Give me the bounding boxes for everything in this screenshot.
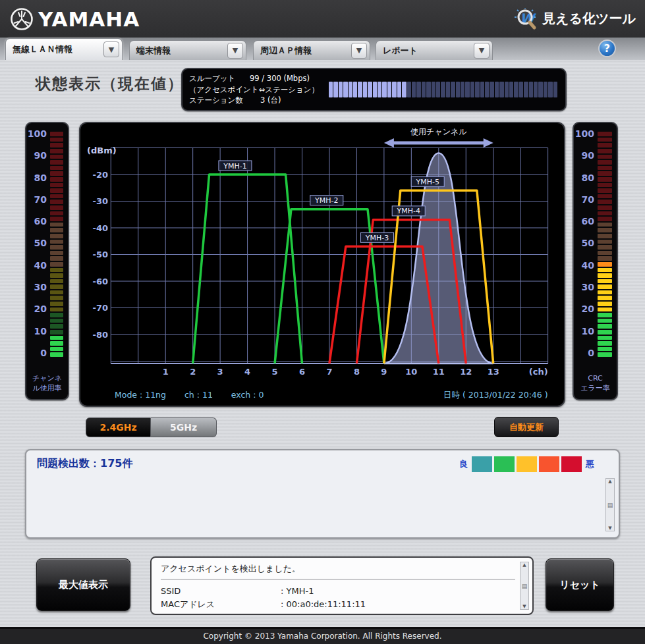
tab-bar: 無線ＬＡＮ情報 ▼ 端末情報 ▼ 周辺ＡＰ情報 ▼ レポート ▼ ? [0,38,645,61]
meter-scale-label: 90 [34,150,47,161]
meter-segment [598,262,612,267]
meter-segment [50,217,63,221]
scroll-thumb[interactable]: ▤ [522,583,528,589]
x-tick-label: 1 [163,367,169,377]
problem-scrollbar[interactable]: ▲ ▤ ▼ [605,478,615,531]
throughput-segment [412,82,416,97]
meter-segment [50,279,63,284]
meter-segment [50,302,63,306]
throughput-bar-graph [329,82,557,97]
throughput-segment [363,82,367,97]
x-tick-label: 11 [433,367,445,377]
channel-usage-meter: 1009080706050403020100チャンネル使用率 [25,122,69,400]
meter-segment [50,149,63,153]
y-tick-label: -50 [93,250,109,259]
meter-segment [598,149,612,153]
crc-error-rate-meter: 1009080706050403020100CRCエラー率 [573,122,618,400]
throughput-segment [485,82,489,97]
chevron-down-icon[interactable]: ▼ [474,43,490,59]
ap-label-YMH-3: YMH-3 [365,234,389,242]
footer: Copyright © 2013 Yamaha Corporation. All… [0,627,645,644]
tab-terminal-info[interactable]: 端末情報 ▼ [129,40,246,60]
spectrum-chart-panel: 使用チャンネルYMH-1YMH-2YMH-3YMH-4YMH-512345678… [79,122,565,407]
x-tick-label: 12 [460,367,472,377]
meter-segment [598,324,612,329]
x-tick-label: 7 [326,367,332,377]
scroll-down-icon[interactable]: ▼ [608,525,611,531]
throughput-segment [407,82,411,97]
message-scrollbar[interactable]: ▲ ▤ ▼ [520,562,529,610]
throughput-segment [349,82,352,97]
chevron-down-icon[interactable]: ▼ [351,43,367,59]
help-button[interactable]: ? [598,40,616,57]
y-axis-unit: (dBm) [87,146,117,155]
meter-scale: 1009080706050403020100 [28,128,47,358]
throughput-segment [397,82,401,97]
scroll-up-icon[interactable]: ▲ [608,479,611,484]
tab-nearby-ap-info[interactable]: 周辺ＡＰ情報 ▼ [253,40,370,60]
meter-segment [50,341,63,346]
meter-segment [50,234,63,238]
throughput-label: スループット [189,73,250,84]
throughput-segment [519,82,523,97]
meter-scale-label: 60 [34,216,47,227]
meter-segment [50,324,63,329]
meter-segment [50,143,63,148]
meter-segment [50,330,63,335]
meter-segment [50,132,63,136]
y-tick-label: -70 [93,303,109,313]
throughput-segment [451,82,455,97]
meter-segment [598,336,612,340]
throughput-segment [470,82,474,97]
ssid-key: SSID [161,585,281,598]
meter-segment [50,240,63,244]
band-2-4ghz-button[interactable]: 2.4GHz [86,417,151,437]
meter-scale-label: 20 [582,304,594,314]
reset-button[interactable]: リセット [546,558,614,611]
x-tick-label: 4 [244,367,250,377]
chevron-down-icon[interactable]: ▼ [227,43,243,59]
mac-key: MACアドレス [161,598,281,611]
meter-segment [50,251,63,255]
max-value-button[interactable]: 最大値表示 [36,558,130,611]
chart-status-line: Mode : 11ngch : 11exch : 0 [115,390,264,400]
wifi-spectrum-chart: 使用チャンネルYMH-1YMH-2YMH-3YMH-4YMH-512345678… [80,123,564,406]
band-5ghz-button[interactable]: 5GHz [151,417,217,437]
meter-scale-label: 40 [34,260,47,271]
stations-value: 3 (台) [260,95,281,106]
scroll-down-icon[interactable]: ▼ [522,604,526,609]
chevron-down-icon[interactable]: ▼ [103,41,119,57]
scroll-thumb[interactable]: ▤ [607,502,613,508]
scroll-up-icon[interactable]: ▲ [522,562,526,568]
throughput-segment [378,82,381,97]
meter-segment [598,251,612,255]
tab-wireless-lan-info[interactable]: 無線ＬＡＮ情報 ▼ [5,38,123,60]
throughput-segment [461,82,464,97]
meter-segment [50,290,63,295]
throughput-segment [426,82,430,97]
y-tick-label: -40 [93,223,109,233]
used-channel-label: 使用チャンネル [410,127,467,136]
x-tick-label: 8 [354,367,360,377]
meter-segment [598,273,612,278]
meter-scale-label: 70 [582,194,594,205]
meter-segment [50,160,63,165]
throughput-segment [524,82,528,97]
throughput-segment [432,82,435,97]
meter-segment [50,268,63,273]
message-entry-mac: MACアドレス : 00:a0:de:11:11:11 [161,598,515,611]
throughput-segment [422,82,426,97]
throughput-segment [538,82,542,97]
meter-segment [598,155,612,159]
app-root: YAMAHA W 見える化ツール 無線ＬＡＮ情報 ▼ 端末情報 ▼ 周辺ＡＰ情報… [0,0,645,644]
meter-segment [598,245,612,250]
meter-caption: CRCエラー率 [574,374,617,394]
tab-report[interactable]: レポート ▼ [376,40,493,60]
meter-segment [598,177,612,182]
throughput-segment [514,82,518,97]
meter-scale-label: 50 [34,238,47,248]
auto-update-button[interactable]: 自動更新 [494,417,559,437]
meter-segment [598,211,612,216]
meter-scale-label: 90 [582,150,594,161]
ap-label-YMH-5: YMH-5 [415,178,439,186]
